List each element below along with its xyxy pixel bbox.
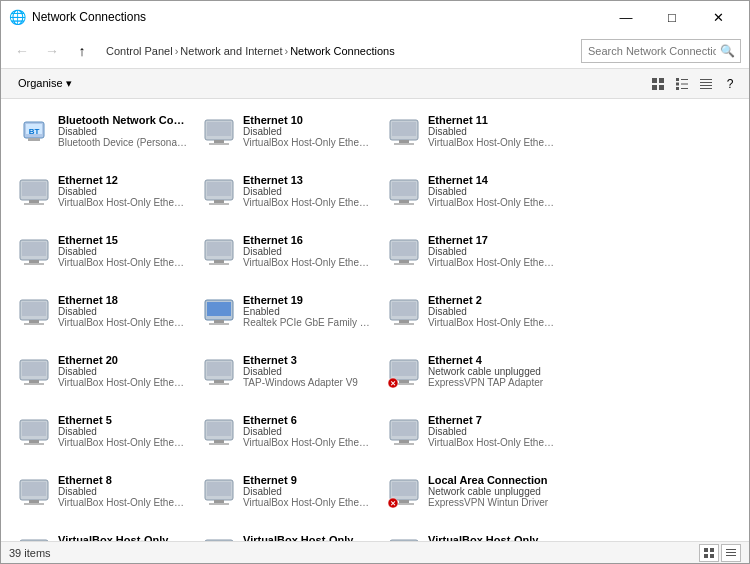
status-view-icon-button[interactable] (699, 544, 719, 562)
network-icon (386, 534, 422, 541)
network-description: VirtualBox Host-Only Ethernet Ad... (243, 197, 372, 208)
svg-rect-2 (652, 85, 657, 90)
svg-rect-43 (207, 242, 231, 256)
network-name: Ethernet 3 (243, 354, 372, 366)
help-button[interactable]: ? (719, 73, 741, 95)
network-status: Disabled (428, 126, 557, 137)
svg-rect-11 (700, 82, 712, 83)
network-description: VirtualBox Host-Only Ethernet Ad... (58, 257, 187, 268)
network-status: Disabled (243, 426, 372, 437)
network-name: Ethernet 20 (58, 354, 187, 366)
list-item[interactable]: ✕ Local Area ConnectionNetwork cable unp… (379, 467, 564, 527)
network-icon (201, 474, 237, 510)
back-button[interactable]: ← (9, 38, 35, 64)
svg-rect-37 (394, 203, 414, 205)
network-description: VirtualBox Host-Only Ethernet Ad... (428, 197, 557, 208)
list-item[interactable]: Ethernet 19EnabledRealtek PCIe GbE Famil… (194, 287, 379, 347)
network-status: Disabled (428, 246, 557, 257)
close-button[interactable]: ✕ (695, 1, 741, 33)
forward-button[interactable]: → (39, 38, 65, 64)
list-item[interactable]: ✕ Ethernet 4Network cable unpluggedExpre… (379, 347, 564, 407)
network-info: Ethernet 4Network cable unpluggedExpress… (428, 354, 557, 388)
network-name: Ethernet 4 (428, 354, 557, 366)
view-list-button[interactable] (671, 73, 693, 95)
network-icon: ✕ (386, 354, 422, 390)
network-name: Ethernet 12 (58, 174, 187, 186)
svg-rect-71 (392, 362, 416, 376)
network-info: Ethernet 5DisabledVirtualBox Host-Only E… (58, 414, 187, 448)
svg-rect-4 (676, 78, 679, 81)
list-item[interactable]: Ethernet 11DisabledVirtualBox Host-Only … (379, 107, 564, 167)
minimize-button[interactable]: — (603, 1, 649, 33)
organise-button[interactable]: Organise ▾ (9, 73, 81, 95)
network-status: Enabled (243, 306, 372, 317)
network-name: Ethernet 16 (243, 234, 372, 246)
network-description: VirtualBox Host-Only Ethernet Ad... (428, 317, 557, 328)
list-item[interactable]: Ethernet 5DisabledVirtualBox Host-Only E… (9, 407, 194, 467)
network-description: Realtek PCIe GbE Family Controll... (243, 317, 372, 328)
view-details-button[interactable] (695, 73, 717, 95)
network-description: VirtualBox Host-Only Ethernet Ad... (428, 137, 557, 148)
svg-rect-21 (209, 143, 229, 145)
list-item[interactable]: Ethernet 3DisabledTAP-Windows Adapter V9 (194, 347, 379, 407)
network-name: Ethernet 11 (428, 114, 557, 126)
list-item[interactable]: VirtualBox Host-Only Network #11Disabled… (194, 527, 379, 541)
window-title: Network Connections (32, 10, 146, 24)
svg-rect-63 (22, 362, 46, 376)
network-name: Ethernet 17 (428, 234, 557, 246)
list-item[interactable]: VirtualBox Host-Only Network #12Disabled… (379, 527, 564, 541)
maximize-button[interactable]: □ (649, 1, 695, 33)
svg-rect-64 (29, 380, 39, 383)
network-status: Disabled (58, 126, 187, 137)
window-icon: 🌐 (9, 9, 26, 25)
network-description: VirtualBox Host-Only Ethernet Ad... (243, 137, 372, 148)
list-item[interactable]: Ethernet 6DisabledVirtualBox Host-Only E… (194, 407, 379, 467)
list-item[interactable]: Ethernet 16DisabledVirtualBox Host-Only … (194, 227, 379, 287)
title-bar-left: 🌐 Network Connections (9, 9, 146, 25)
list-item[interactable]: Ethernet 9DisabledVirtualBox Host-Only E… (194, 467, 379, 527)
list-item[interactable]: Ethernet 14DisabledVirtualBox Host-Only … (379, 167, 564, 227)
svg-rect-6 (676, 82, 679, 85)
list-item[interactable]: Ethernet 13DisabledVirtualBox Host-Only … (194, 167, 379, 227)
up-button[interactable]: ↑ (69, 38, 95, 64)
list-item[interactable]: Ethernet 20DisabledVirtualBox Host-Only … (9, 347, 194, 407)
status-view-buttons (699, 544, 741, 562)
list-item[interactable]: Ethernet 2DisabledVirtualBox Host-Only E… (379, 287, 564, 347)
list-item[interactable]: VirtualBox Host-Only Network #10Disabled… (9, 527, 194, 541)
network-status: Disabled (243, 366, 372, 377)
svg-rect-97 (392, 482, 416, 496)
svg-rect-93 (207, 482, 231, 496)
svg-rect-20 (214, 140, 224, 143)
list-item[interactable]: Ethernet 18DisabledVirtualBox Host-Only … (9, 287, 194, 347)
network-description: VirtualBox Host-Only Ethernet Ad... (243, 437, 372, 448)
breadcrumb[interactable]: Control Panel › Network and Internet › N… (99, 39, 577, 63)
view-extra-large-button[interactable] (647, 73, 669, 95)
search-input[interactable] (581, 39, 741, 63)
svg-rect-69 (209, 383, 229, 385)
network-name: VirtualBox Host-Only Network #11 (243, 534, 372, 541)
svg-rect-44 (214, 260, 224, 263)
network-description: Bluetooth Device (Personal Area ... (58, 137, 187, 148)
svg-rect-17 (28, 138, 40, 141)
svg-rect-49 (394, 263, 414, 265)
list-item[interactable]: Ethernet 17DisabledVirtualBox Host-Only … (379, 227, 564, 287)
title-bar: 🌐 Network Connections — □ ✕ (1, 1, 749, 33)
svg-rect-176 (726, 555, 736, 556)
list-item[interactable]: Ethernet 12DisabledVirtualBox Host-Only … (9, 167, 194, 227)
network-info: Ethernet 10DisabledVirtualBox Host-Only … (243, 114, 372, 148)
status-view-list-button[interactable] (721, 544, 741, 562)
network-icon (201, 354, 237, 390)
list-item[interactable]: Ethernet 15DisabledVirtualBox Host-Only … (9, 227, 194, 287)
list-item[interactable]: Ethernet 7DisabledVirtualBox Host-Only E… (379, 407, 564, 467)
list-item[interactable]: Ethernet 8DisabledVirtualBox Host-Only E… (9, 467, 194, 527)
list-item[interactable]: Ethernet 10DisabledVirtualBox Host-Only … (194, 107, 379, 167)
svg-rect-102 (20, 540, 48, 541)
network-name: Ethernet 18 (58, 294, 187, 306)
svg-rect-79 (24, 443, 44, 445)
network-description: VirtualBox Host-Only Ethernet Ad... (243, 257, 372, 268)
svg-rect-19 (207, 122, 231, 136)
network-icon (201, 294, 237, 330)
content-area[interactable]: BT Bluetooth Network ConnectionDisabledB… (1, 99, 749, 541)
network-description: VirtualBox Host-Only Ethernet Ad... (428, 437, 557, 448)
list-item[interactable]: BT Bluetooth Network ConnectionDisabledB… (9, 107, 194, 167)
